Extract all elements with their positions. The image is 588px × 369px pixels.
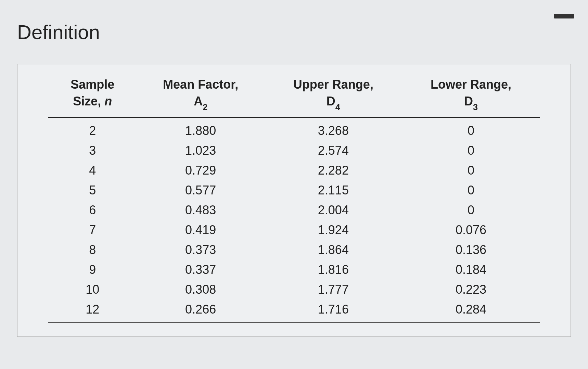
cell-d4: 1.816 [265,260,402,280]
cell-d4: 2.115 [265,180,402,200]
cell-d4: 2.574 [265,141,402,161]
cell-n: 10 [48,280,137,300]
header-label: Lower Range, [431,77,511,91]
cell-n: 4 [48,161,137,180]
cell-n: 12 [48,300,137,322]
cell-a2: 0.373 [137,240,264,260]
cell-n: 9 [48,260,137,280]
table-row: 100.3081.7770.223 [48,280,540,300]
cell-d3: 0.223 [402,280,540,300]
cell-a2: 0.266 [137,300,264,322]
header-upper-range: Upper Range, D4 [265,73,402,117]
minimize-icon[interactable] [554,14,574,18]
table-row: 70.4191.9240.076 [48,220,540,240]
header-subscript: 2 [203,102,207,112]
header-symbol: A [194,94,203,108]
cell-a2: 0.729 [137,161,264,180]
cell-d4: 2.004 [265,200,402,220]
header-symbol: n [104,94,112,108]
page-title: Definition [17,21,574,43]
table-body: 21.8803.268031.0232.574040.7292.282050.5… [48,117,540,322]
header-symbol: D [464,94,473,108]
header-symbol: D [327,94,335,108]
table-row: 31.0232.5740 [48,141,540,161]
cell-a2: 0.308 [137,280,264,300]
cell-d4: 1.716 [265,300,402,322]
cell-d3: 0.284 [402,300,540,322]
cell-a2: 1.880 [137,117,264,141]
cell-d3: 0 [402,117,540,141]
cell-a2: 1.023 [137,141,264,161]
cell-d3: 0.136 [402,240,540,260]
cell-d4: 3.268 [265,117,402,141]
cell-n: 5 [48,180,137,200]
cell-n: 8 [48,240,137,260]
cell-n: 6 [48,200,137,220]
table-row: 80.3731.8640.136 [48,240,540,260]
cell-d3: 0 [402,141,540,161]
table-row: 90.3371.8160.184 [48,260,540,280]
cell-d3: 0.184 [402,260,540,280]
page-content: Definition Sample Size, n Mean Factor, A… [0,0,588,351]
table-row: 40.7292.2820 [48,161,540,180]
table-row: 60.4832.0040 [48,200,540,220]
header-subscript: 3 [473,102,478,112]
cell-n: 7 [48,220,137,240]
header-label: Upper Range, [293,77,373,91]
factors-table: Sample Size, n Mean Factor, A2 Upper Ran… [48,73,540,323]
cell-n: 3 [48,141,137,161]
cell-a2: 0.577 [137,180,264,200]
header-subscript: 4 [335,102,340,112]
cell-d4: 1.777 [265,280,402,300]
header-label: Mean Factor, [163,77,238,91]
table-row: 120.2661.7160.284 [48,300,540,322]
table-row: 21.8803.2680 [48,117,540,141]
cell-a2: 0.337 [137,260,264,280]
cell-d4: 1.864 [265,240,402,260]
cell-a2: 0.483 [137,200,264,220]
header-mean-factor: Mean Factor, A2 [137,73,264,117]
cell-d3: 0 [402,161,540,180]
table-row: 50.5772.1150 [48,180,540,200]
cell-a2: 0.419 [137,220,264,240]
cell-n: 2 [48,117,137,141]
header-lower-range: Lower Range, D3 [402,73,540,117]
header-sample-size: Sample Size, n [48,73,137,117]
cell-d4: 1.924 [265,220,402,240]
table-container: Sample Size, n Mean Factor, A2 Upper Ran… [17,64,571,337]
cell-d3: 0 [402,200,540,220]
table-header: Sample Size, n Mean Factor, A2 Upper Ran… [48,73,540,117]
header-sublabel: Size, [73,94,104,108]
cell-d4: 2.282 [265,161,402,180]
cell-d3: 0.076 [402,220,540,240]
header-label: Sample [71,77,114,91]
cell-d3: 0 [402,180,540,200]
